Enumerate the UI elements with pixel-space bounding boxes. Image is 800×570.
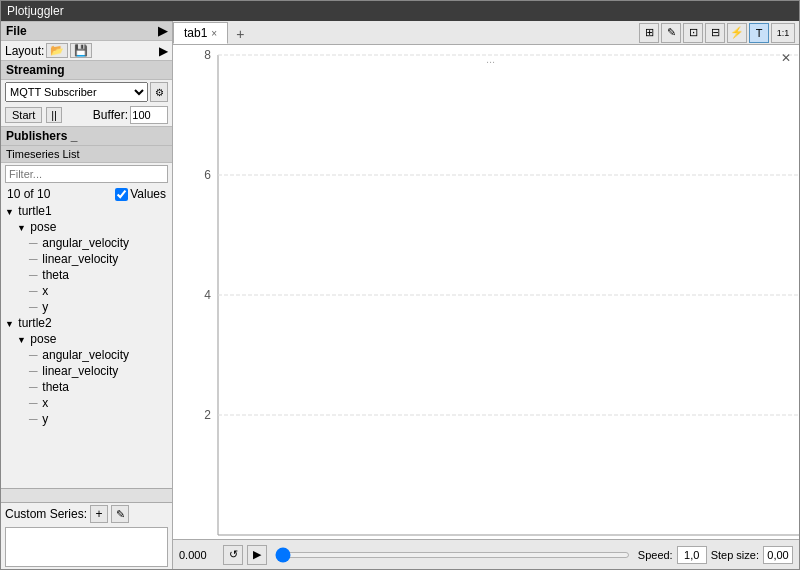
tree-item[interactable]: ─ x [1,283,172,299]
custom-series-edit-btn[interactable]: ✎ [111,505,129,523]
grid-btn[interactable]: ⊞ [639,23,659,43]
tree-item[interactable]: ▼ turtle2 [1,315,172,331]
timeseries-label: Timeseries List [1,146,172,163]
link-btn[interactable]: ⚡ [727,23,747,43]
tree-item[interactable]: ─ x [1,395,172,411]
main-content: File ▶ Layout: 📂 💾 ▶ Streaming MQTT Subs… [1,21,799,569]
tree-item[interactable]: ─ y [1,411,172,427]
split-v-btn[interactable]: ⊡ [683,23,703,43]
streaming-label: Streaming [6,63,65,77]
tree-dash-icon: ─ [29,380,39,394]
svg-text:4: 4 [204,288,211,302]
tree-arrow-icon: ▼ [17,223,27,233]
plot-svg: 2 4 6 8 0 5 10 15 20 [173,45,799,539]
tree-dash-icon: ─ [29,412,39,426]
stepsize-label: Step size: [711,549,759,561]
custom-series-bar: Custom Series: + ✎ [1,502,172,525]
layout-row: Layout: 📂 💾 ▶ [1,41,172,60]
speed-label: Speed: [638,549,673,561]
tree-arrow-icon: ▼ [5,319,15,329]
tree-dash-icon: ─ [29,364,39,378]
custom-series-label: Custom Series: [5,507,87,521]
text-btn[interactable]: T [749,23,769,43]
mqtt-row: MQTT Subscriber ⚙ [1,80,172,104]
plot-container: ... ✕ 2 4 6 8 0 [173,45,799,539]
buffer-label: Buffer: [93,108,128,122]
tab-close-btn[interactable]: × [211,28,217,39]
layout-label: Layout: [5,44,44,58]
custom-series-add-btn[interactable]: + [90,505,108,523]
start-btn[interactable]: Start [5,107,42,123]
svg-text:2: 2 [204,408,211,422]
left-panel: File ▶ Layout: 📂 💾 ▶ Streaming MQTT Subs… [1,21,173,569]
tree-dash-icon: ─ [29,300,39,314]
svg-text:15: 15 [766,538,780,539]
buffer-row: Buffer: [93,106,168,124]
custom-series-area [5,527,168,567]
tree-dash-icon: ─ [29,236,39,250]
file-arrow: ▶ [158,24,167,38]
loop-btn[interactable]: ↺ [223,545,243,565]
layout-save-btn[interactable]: 💾 [70,43,92,58]
start-stop-row: Start || Buffer: [1,104,172,126]
tree-item[interactable]: ▼ pose [1,331,172,347]
playback-bar: 0.000 ↺ ▶ Speed: 1,0 Step size: 0,00 [173,539,799,569]
filter-input[interactable] [5,165,168,183]
tree-dash-icon: ─ [29,396,39,410]
tree-dash-icon: ─ [29,268,39,282]
tree-arrow-icon: ▼ [17,335,27,345]
count-text: 10 of 10 [7,187,50,201]
tree-dash-icon: ─ [29,284,39,298]
buffer-input[interactable] [130,106,168,124]
tab-label: tab1 [184,26,207,40]
tree-arrow-icon: ▼ [5,207,15,217]
time-display: 0.000 [179,549,219,561]
tree-item[interactable]: ─ y [1,299,172,315]
count-row: 10 of 10 Values [1,185,172,203]
svg-text:0: 0 [215,538,222,539]
mqtt-settings-btn[interactable]: ⚙ [150,82,168,102]
svg-text:6: 6 [204,168,211,182]
tab-toolbar: ⊞ ✎ ⊡ ⊟ ⚡ T 1:1 [639,23,795,43]
tree-item[interactable]: ─ theta [1,267,172,283]
filter-row [1,163,172,185]
hscroll[interactable] [1,488,172,502]
title-bar: Plotjuggler [1,1,799,21]
tree-item[interactable]: ─ angular_velocity [1,235,172,251]
file-label: File [6,24,27,38]
tree-container: ▼ turtle1▼ pose─ angular_velocity─ linea… [1,203,172,488]
tree-item[interactable]: ─ linear_velocity [1,251,172,267]
app-title: Plotjuggler [7,4,64,18]
plot-dots: ... [486,53,495,65]
streaming-section-header: Streaming [1,60,172,80]
file-section-header: File ▶ [1,21,172,41]
edit-btn[interactable]: ✎ [661,23,681,43]
tree-item[interactable]: ─ angular_velocity [1,347,172,363]
split-h-btn[interactable]: ⊟ [705,23,725,43]
svg-text:10: 10 [581,538,595,539]
speed-input[interactable]: 1,0 [677,546,707,564]
values-label[interactable]: Values [115,187,166,201]
tree-item[interactable]: ─ linear_velocity [1,363,172,379]
ratio-btn[interactable]: 1:1 [771,23,795,43]
tree-item[interactable]: ▼ pose [1,219,172,235]
right-panel: tab1 × + ⊞ ✎ ⊡ ⊟ ⚡ T 1:1 ... ✕ [173,21,799,569]
svg-text:5: 5 [400,538,407,539]
seek-bar[interactable] [275,552,630,558]
tab-tab1[interactable]: tab1 × [173,22,228,44]
tree-item[interactable]: ▼ turtle1 [1,203,172,219]
tree-dash-icon: ─ [29,348,39,362]
tree-dash-icon: ─ [29,252,39,266]
publishers-label: Publishers _ [6,129,77,143]
app-window: Plotjuggler File ▶ Layout: 📂 💾 ▶ Streami… [0,0,800,570]
pause-btn[interactable]: || [46,107,62,123]
play-btn[interactable]: ▶ [247,545,267,565]
layout-load-btn[interactable]: 📂 [46,43,68,58]
values-checkbox[interactable] [115,188,128,201]
svg-text:8: 8 [204,48,211,62]
stepsize-input[interactable]: 0,00 [763,546,793,564]
tree-item[interactable]: ─ theta [1,379,172,395]
add-tab-btn[interactable]: + [230,24,250,44]
mqtt-subscriber-select[interactable]: MQTT Subscriber [5,82,148,102]
plot-close-btn[interactable]: ✕ [781,51,791,65]
